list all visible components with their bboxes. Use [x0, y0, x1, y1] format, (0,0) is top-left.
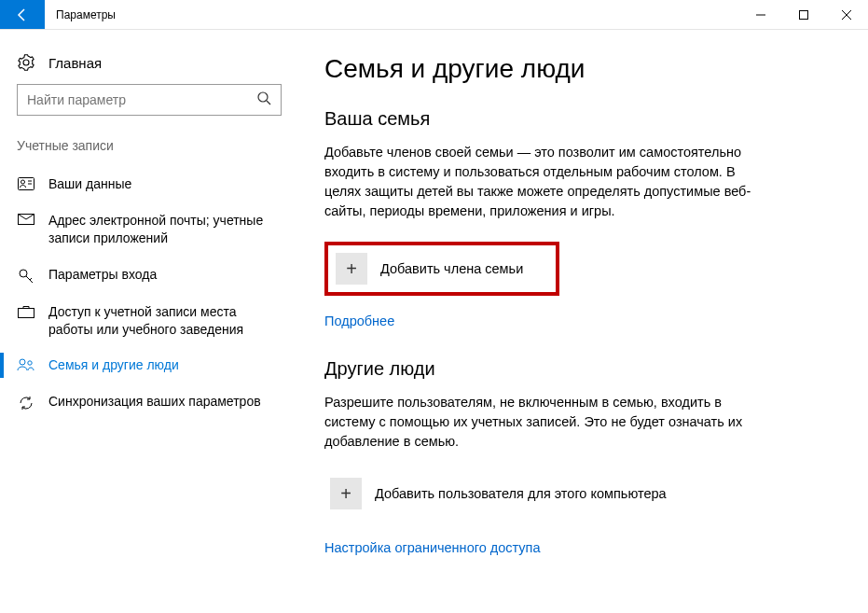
- search-icon: [256, 91, 271, 109]
- sidebar-item-label: Синхронизация ваших параметров: [48, 393, 282, 411]
- sidebar-item-label: Адрес электронной почты; учетные записи …: [48, 212, 282, 247]
- family-heading: Ваша семья: [324, 108, 831, 130]
- svg-rect-14: [19, 308, 34, 317]
- key-icon: [17, 266, 35, 285]
- plus-icon: +: [336, 253, 367, 285]
- briefcase-icon: [17, 303, 35, 318]
- family-description: Добавьте членов своей семьи — это позвол…: [324, 143, 772, 221]
- restricted-access-link[interactable]: Настройка ограниченного доступа: [324, 540, 541, 555]
- mail-icon: [17, 212, 35, 225]
- svg-point-7: [21, 180, 25, 184]
- plus-icon: +: [330, 478, 362, 509]
- person-badge-icon: [17, 175, 35, 190]
- learn-more-link[interactable]: Подробнее: [324, 313, 394, 328]
- sidebar-item-label: Доступ к учетной записи места работы или…: [48, 303, 282, 339]
- svg-rect-1: [800, 10, 808, 19]
- svg-point-11: [20, 270, 27, 277]
- sidebar-item-work-access[interactable]: Доступ к учетной записи места работы или…: [0, 294, 298, 348]
- sidebar-item-sync[interactable]: Синхронизация ваших параметров: [0, 383, 298, 421]
- sidebar-item-family[interactable]: Семья и другие люди: [0, 347, 298, 383]
- sidebar: Главная Учетные записи Ваши данные Адрес…: [0, 30, 298, 613]
- home-nav[interactable]: Главная: [0, 47, 298, 84]
- page-title: Семья и другие люди: [324, 54, 831, 84]
- maximize-button[interactable]: [782, 0, 825, 29]
- sidebar-item-label: Семья и другие люди: [48, 356, 282, 374]
- others-description: Разрешите пользователям, не включенным в…: [324, 393, 772, 452]
- titlebar: Параметры: [0, 0, 868, 30]
- arrow-left-icon: [15, 7, 30, 22]
- search-input[interactable]: [27, 92, 256, 107]
- add-family-label: Добавить члена семьи: [380, 261, 523, 276]
- search-box[interactable]: [17, 84, 282, 116]
- svg-line-5: [267, 101, 270, 104]
- minimize-icon: [756, 10, 765, 20]
- add-other-user-button[interactable]: + Добавить пользователя для этого компью…: [324, 472, 772, 515]
- sidebar-item-email[interactable]: Адрес электронной почты; учетные записи …: [0, 202, 298, 257]
- svg-line-12: [26, 276, 33, 283]
- section-title: Учетные записи: [0, 138, 298, 166]
- others-heading: Другие люди: [324, 358, 831, 380]
- minimize-button[interactable]: [739, 0, 782, 29]
- gear-icon: [17, 54, 35, 71]
- svg-point-16: [28, 361, 32, 365]
- people-icon: [17, 356, 35, 371]
- svg-point-4: [258, 92, 268, 102]
- sidebar-item-signin[interactable]: Параметры входа: [0, 257, 298, 294]
- close-button[interactable]: [825, 0, 868, 29]
- svg-line-13: [30, 278, 32, 280]
- svg-point-15: [20, 359, 25, 365]
- back-button[interactable]: [0, 0, 45, 29]
- maximize-icon: [799, 10, 808, 20]
- sidebar-item-label: Ваши данные: [48, 175, 282, 193]
- sidebar-item-label: Параметры входа: [48, 266, 282, 284]
- main-content: Семья и другие люди Ваша семья Добавьте …: [298, 30, 868, 613]
- sidebar-item-your-info[interactable]: Ваши данные: [0, 166, 298, 202]
- sync-icon: [17, 393, 35, 411]
- window-controls: [739, 0, 868, 29]
- home-label: Главная: [48, 55, 102, 71]
- close-icon: [842, 10, 851, 20]
- add-other-label: Добавить пользователя для этого компьюте…: [375, 486, 667, 501]
- window-title: Параметры: [45, 0, 739, 29]
- add-family-member-button[interactable]: + Добавить члена семьи: [324, 242, 559, 296]
